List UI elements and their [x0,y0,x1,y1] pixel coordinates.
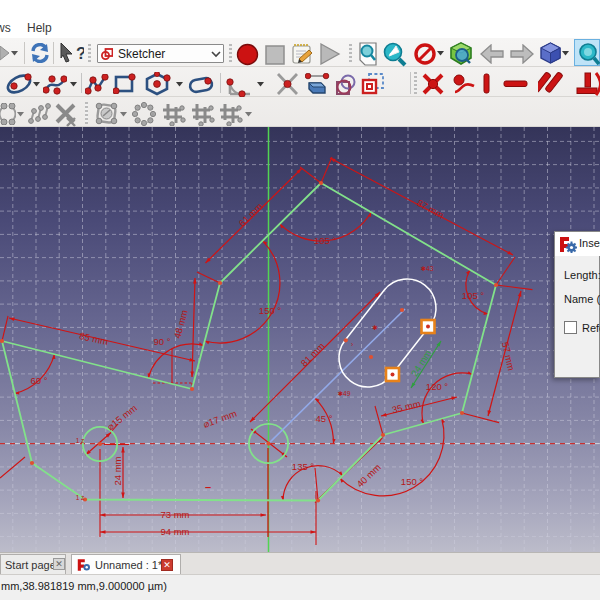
svg-text:48 mm: 48 mm [172,309,190,340]
svg-text:90 °: 90 ° [153,336,170,347]
svg-text:45 °: 45 ° [315,413,332,424]
svg-text:1 z: 1 z [76,494,85,501]
svg-text:1 z: 1 z [76,437,85,444]
svg-text:150 °: 150 ° [401,476,423,487]
svg-text:150 °: 150 ° [259,305,281,316]
svg-text:94 mm: 94 mm [160,526,189,537]
svg-text:105 °: 105 ° [314,235,336,246]
svg-text:120 °: 120 ° [426,381,448,392]
svg-text:⌀15 mm: ⌀15 mm [105,402,139,432]
svg-text:40 mm: 40 mm [354,461,383,489]
svg-text:✱43: ✱43 [421,265,434,272]
svg-text:61 mm: 61 mm [236,200,264,228]
svg-text:⌀17 mm: ⌀17 mm [202,408,239,430]
svg-text:73 mm: 73 mm [160,509,189,520]
svg-text:✱: ✱ [372,324,377,331]
svg-text:›: › [351,341,353,348]
svg-text:57 mm: 57 mm [500,341,517,372]
svg-text:–: – [205,481,211,493]
svg-text:105 °: 105 ° [462,290,484,301]
svg-text:24 mm: 24 mm [112,456,123,485]
svg-text:✱49: ✱49 [338,390,351,397]
svg-text:35 mm: 35 mm [391,398,422,416]
svg-text:?: ? [76,44,84,63]
svg-text:135 °: 135 ° [292,461,314,472]
svg-text:81 mm: 81 mm [298,340,326,368]
svg-text:85 mm: 85 mm [78,330,109,347]
svg-text:60 °: 60 ° [30,375,47,386]
